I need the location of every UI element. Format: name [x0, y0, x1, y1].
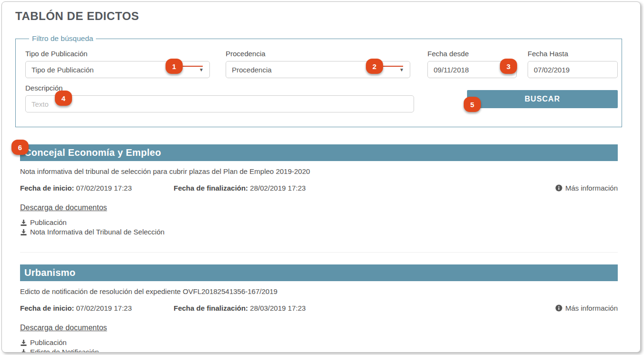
document-download-link[interactable]: Edicto de Notificación — [20, 347, 618, 353]
edict-section: Urbanismo Edicto de notificación de reso… — [20, 264, 618, 353]
dates-row: Fecha de inicio: 07/02/2019 17:23 Fecha … — [20, 184, 618, 192]
buscar-button[interactable]: BUSCAR — [467, 90, 618, 108]
filter-row-1: Tipo de Publicación Tipo de Publicación … — [25, 50, 618, 78]
section-title: Concejal Economía y Empleo — [24, 147, 161, 158]
search-filter-fieldset: Filtro de búsqueda Tipo de Publicación T… — [15, 34, 622, 127]
annotation-badge-3: 3 — [500, 59, 517, 74]
download-icon — [20, 349, 27, 353]
mas-informacion-link[interactable]: Más información — [555, 184, 618, 192]
filter-legend: Filtro de búsqueda — [29, 34, 96, 43]
annotation-connector-line — [182, 66, 203, 67]
fecha-inicio-value: 07/02/2019 17:23 — [76, 304, 132, 312]
fecha-fin-label: Fecha de finalización: — [174, 184, 248, 192]
descripcion-input[interactable] — [25, 95, 414, 112]
section-header-bar: Concejal Economía y Empleo — [20, 144, 618, 161]
fecha-hasta-label: Fecha Hasta — [528, 50, 618, 58]
fecha-inicio-label: Fecha de inicio: — [20, 304, 74, 312]
document-name: Publicación — [30, 338, 67, 347]
annotation-badge-1: 1 — [166, 59, 183, 74]
procedencia-selected-value: Procedencia — [232, 66, 271, 74]
fecha-inicio: Fecha de inicio: 07/02/2019 17:23 — [20, 304, 174, 312]
document-download-link[interactable]: Publicación — [20, 338, 618, 347]
section-description: Edicto de notificación de resolución del… — [20, 287, 618, 295]
page-title: TABLÓN DE EDICTOS — [15, 10, 640, 23]
edict-section: Concejal Economía y Empleo Nota informat… — [20, 144, 618, 253]
fecha-desde-label: Fecha desde — [427, 50, 517, 58]
document-name: Nota Informativa del Tribunal de Selecci… — [30, 227, 165, 237]
tipo-publicacion-label: Tipo de Publicación — [25, 50, 210, 58]
annotation-badge-2: 2 — [366, 59, 383, 74]
results-list: Concejal Economía y Empleo Nota informat… — [20, 144, 618, 353]
info-icon — [555, 304, 562, 312]
descripcion-field: Descripción — [25, 84, 414, 112]
fecha-inicio-value: 07/02/2019 17:23 — [76, 184, 132, 192]
chevron-down-icon: ▼ — [399, 67, 404, 72]
fecha-hasta-input[interactable] — [528, 61, 618, 78]
annotation-badge-5: 5 — [464, 97, 481, 112]
document-name: Publicación — [30, 218, 67, 227]
page-card: TABLÓN DE EDICTOS Filtro de búsqueda Tip… — [1, 1, 641, 353]
fecha-fin-value: 28/02/2019 17:23 — [250, 184, 306, 192]
fecha-inicio: Fecha de inicio: 07/02/2019 17:23 — [20, 184, 174, 192]
section-description: Nota informativa del tribunal de selecci… — [20, 167, 618, 175]
annotation-badge-4: 4 — [55, 91, 72, 106]
descarga-documentos-link[interactable]: Descarga de documentos — [20, 203, 107, 212]
tipo-publicacion-selected-value: Tipo de Publicación — [31, 66, 93, 74]
mas-informacion-link[interactable]: Más información — [555, 304, 618, 312]
annotation-connector-line — [382, 66, 403, 67]
fecha-fin-label: Fecha de finalización: — [174, 304, 248, 312]
filter-row-2: Descripción BUSCAR — [25, 84, 618, 112]
procedencia-label: Procedencia — [226, 50, 410, 58]
section-header-bar: Urbanismo — [20, 264, 618, 281]
document-name: Edicto de Notificación — [30, 347, 99, 353]
document-list: Publicación Nota Informativa del Tribuna… — [20, 218, 618, 237]
download-icon — [20, 229, 27, 236]
dates-row: Fecha de inicio: 07/02/2019 17:23 Fecha … — [20, 304, 618, 312]
descripcion-label: Descripción — [25, 84, 414, 92]
fecha-inicio-label: Fecha de inicio: — [20, 184, 74, 192]
mas-informacion-label: Más información — [565, 184, 618, 192]
fecha-fin: Fecha de finalización: 28/03/2019 17:23 — [174, 304, 306, 312]
download-icon — [20, 219, 27, 226]
descarga-documentos-link[interactable]: Descarga de documentos — [20, 324, 107, 332]
section-divider — [20, 252, 618, 253]
document-download-link[interactable]: Nota Informativa del Tribunal de Selecci… — [20, 227, 618, 237]
fecha-fin: Fecha de finalización: 28/02/2019 17:23 — [174, 184, 306, 192]
document-list: Publicación Edicto de Notificación — [20, 338, 618, 353]
document-download-link[interactable]: Publicación — [20, 218, 618, 227]
chevron-down-icon: ▼ — [199, 67, 204, 72]
annotation-badge-6: 6 — [11, 140, 29, 155]
mas-informacion-label: Más información — [565, 304, 618, 312]
fecha-hasta-field: Fecha Hasta — [528, 50, 618, 78]
info-icon — [555, 184, 562, 192]
section-title: Urbanismo — [24, 267, 75, 278]
download-icon — [20, 339, 27, 346]
fecha-fin-value: 28/03/2019 17:23 — [250, 304, 306, 312]
